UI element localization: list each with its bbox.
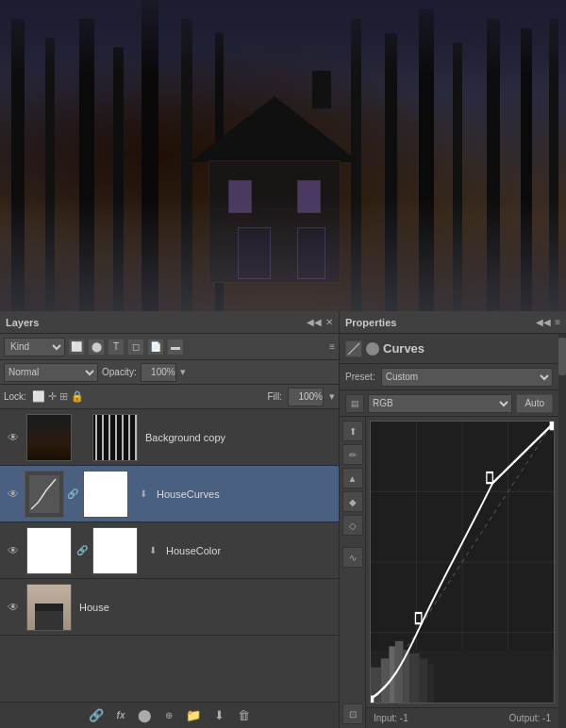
fog-overlay [0, 198, 566, 311]
new-layer-icon[interactable]: ⬇ [210, 706, 228, 724]
curves-tool-pencil[interactable]: ✏ [342, 444, 363, 465]
curves-tools: ⬆ ✏ ▲ ◆ ◇ ∿ ⊡ [340, 417, 366, 728]
layer-thumb-housecolor [26, 527, 72, 574]
curves-input-label: Input: -1 [374, 713, 408, 723]
layers-menu-icon[interactable]: ≡ [329, 341, 335, 352]
curves-tool-warning[interactable]: ⊡ [342, 703, 363, 724]
layer-row[interactable]: 👁 Background copy [0, 409, 339, 466]
svg-rect-20 [550, 422, 554, 430]
layer-name-background-copy: Background copy [145, 432, 335, 443]
filter-smartobj-icon[interactable]: 📄 [147, 339, 164, 356]
channel-menu-icon[interactable]: ▤ [345, 394, 364, 413]
curves-adjustment-icon [345, 340, 362, 357]
layer-visibility-housecurves[interactable]: 👁 [4, 468, 23, 520]
lock-all-icon[interactable]: 🔒 [71, 390, 84, 403]
curves-tool-smooth[interactable]: ∿ [342, 547, 363, 568]
layer-mask-housecurves [83, 471, 128, 518]
properties-panel: Properties ◀◀ ≡ Curves [340, 311, 566, 728]
filter-type-icon[interactable]: T [108, 339, 125, 356]
auto-button[interactable]: Auto [516, 394, 553, 413]
preset-row: Preset: Custom [340, 364, 558, 390]
filter-adjustment-icon[interactable]: ⬤ [88, 339, 105, 356]
layer-chain-housecurves: 🔗 [66, 488, 79, 499]
preset-select[interactable]: Custom [381, 368, 553, 387]
curves-icon-svg [347, 342, 360, 356]
svg-rect-14 [409, 654, 420, 703]
layer-visibility-background-copy[interactable]: 👁 [4, 411, 23, 463]
curves-svg [371, 422, 554, 703]
lock-label: Lock: [4, 391, 26, 402]
layer-row[interactable]: 👁 🔗 ⬇ HouseColor [0, 522, 339, 579]
curves-canvas[interactable] [370, 421, 555, 703]
link-layers-icon[interactable]: 🔗 [85, 706, 108, 724]
layers-toolbar: Kind ⬜ ⬤ T ◻ 📄 ▬ ≡ [0, 334, 339, 360]
opacity-input[interactable] [141, 363, 176, 382]
fill-dropdown-icon[interactable]: ▾ [329, 390, 335, 403]
layer-info-background-copy: Background copy [142, 432, 335, 443]
layers-bottom-bar: 🔗 fx ⬤ ⊕ 📁 ⬇ 🗑 [0, 702, 339, 728]
svg-rect-19 [371, 696, 374, 703]
svg-rect-16 [427, 664, 433, 703]
layer-visibility-housecolor[interactable]: 👁 [4, 524, 23, 576]
layer-mask-background-copy [92, 414, 138, 461]
new-adjustment-icon[interactable]: ⊕ [161, 708, 176, 722]
layer-info-housecurves: HouseCurves [153, 488, 335, 500]
filter-pixel-icon[interactable]: ⬜ [68, 339, 85, 356]
blend-mode-select[interactable]: Normal [4, 363, 98, 382]
layer-thumb-house [26, 584, 72, 631]
curves-tool-eyedropper-white[interactable]: ◇ [342, 515, 363, 536]
curves-title: Curves [383, 341, 424, 356]
thumb-white-img [84, 472, 127, 517]
layer-effects-icon[interactable]: fx [113, 708, 129, 722]
filter-extra-icon[interactable]: ▬ [167, 339, 184, 356]
curves-tool-eyedropper-gray[interactable]: ◆ [342, 491, 363, 512]
layers-list: 👁 Background copy 👁 [0, 409, 339, 702]
blend-row: Normal Opacity: ▾ [0, 360, 339, 385]
curves-tool-eyedropper-black[interactable]: ▲ [342, 468, 363, 488]
layer-info-house: House [75, 602, 335, 613]
properties-panel-header: Properties ◀◀ ≡ [340, 311, 566, 334]
lock-move-icon[interactable]: ✛ [48, 390, 57, 403]
layers-collapse-icon[interactable]: ◀◀ [307, 317, 322, 327]
filter-shape-icon[interactable]: ◻ [127, 339, 144, 356]
svg-rect-15 [420, 658, 428, 703]
rgb-row: ▤ RGB Auto [340, 390, 558, 417]
opacity-dropdown-icon[interactable]: ▾ [180, 366, 186, 378]
thumb-house-shape [35, 604, 63, 630]
canvas-area [0, 0, 566, 311]
opacity-label: Opacity: [102, 367, 137, 377]
curves-channel-icon [366, 342, 379, 356]
layers-panel: Layers ◀◀ ✕ Kind ⬜ ⬤ T ◻ 📄 ▬ ≡ Normal Op… [0, 311, 340, 728]
layer-visibility-house[interactable]: 👁 [4, 581, 23, 633]
layers-panel-header: Layers ◀◀ ✕ [0, 311, 339, 334]
properties-scrollbar[interactable] [558, 334, 566, 728]
channel-select[interactable]: RGB [368, 394, 512, 413]
curves-output-label: Output: -1 [509, 713, 551, 723]
layers-close-icon[interactable]: ✕ [325, 317, 333, 327]
fill-input[interactable] [288, 388, 324, 406]
lock-checkerboard-icon[interactable]: ⬜ [32, 390, 45, 403]
add-mask-icon[interactable]: ⬤ [134, 706, 156, 724]
kind-select[interactable]: Kind [4, 338, 65, 356]
properties-scrollbar-thumb[interactable] [558, 338, 566, 375]
properties-body: Curves Preset: Custom ▤ RGB Auto [340, 334, 566, 728]
delete-layer-icon[interactable]: 🗑 [234, 706, 254, 724]
curves-header: Curves [340, 334, 558, 364]
curves-tool-select[interactable]: ⬆ [342, 421, 363, 441]
layer-link-icon-housecurves: ⬇ [134, 488, 153, 499]
layer-row[interactable]: 👁 🔗 ⬇ HouseCurves [0, 466, 339, 522]
thumb-forest-img [27, 415, 71, 460]
layers-header-icons: ◀◀ ✕ [307, 317, 333, 327]
layer-thumb-background-copy [26, 414, 72, 461]
thumb-housecolor-img [27, 528, 71, 573]
layer-thumb-housecurves [25, 471, 64, 518]
preset-label: Preset: [345, 372, 375, 382]
svg-rect-18 [487, 472, 492, 483]
layer-row[interactable]: 👁 House [0, 579, 339, 636]
lock-artboard-icon[interactable]: ⊞ [59, 390, 68, 403]
canvas-image [0, 0, 566, 311]
properties-menu-icon[interactable]: ≡ [555, 317, 560, 327]
new-group-icon[interactable]: 📁 [182, 706, 205, 724]
thumb-house-img [27, 585, 71, 630]
properties-collapse-icon[interactable]: ◀◀ [536, 317, 551, 327]
